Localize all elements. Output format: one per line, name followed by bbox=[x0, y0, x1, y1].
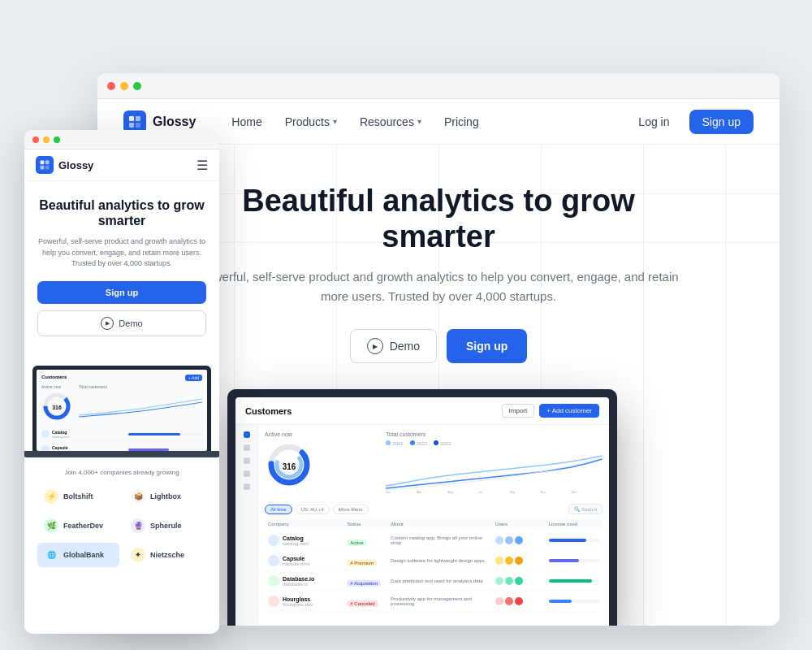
company-name: Spherule bbox=[150, 522, 182, 530]
laptop-body: Customers Import + Add customer bbox=[227, 389, 617, 626]
company-about: Productivity app for management and proc… bbox=[391, 596, 491, 606]
demo-button[interactable]: ▶ Demo bbox=[350, 329, 437, 363]
table-row: Catalog catalog.com Active Content catal… bbox=[265, 531, 603, 551]
svg-rect-14 bbox=[41, 161, 45, 165]
mobile-minimize-dot[interactable] bbox=[43, 136, 50, 143]
lightbox-icon: 📦 bbox=[131, 489, 145, 504]
sidebar-nav-dot-2[interactable] bbox=[244, 444, 250, 451]
company-nietzsche: ✦ Nietzsche bbox=[124, 543, 206, 567]
nav-home[interactable]: Home bbox=[222, 110, 271, 133]
company-name: Lightbox bbox=[150, 492, 181, 500]
status-badge: # Premium bbox=[347, 560, 377, 566]
total-customers-chart: Total customers 2021 2022 2023 bbox=[386, 431, 603, 497]
active-now-metric: Active now bbox=[265, 431, 373, 497]
chart-legend: 2021 2022 2023 bbox=[386, 440, 603, 446]
table-row: Database.io database.io # Acquisition Da… bbox=[265, 571, 603, 592]
svg-text:Nov: Nov bbox=[541, 490, 546, 494]
table-row: Capsule capsule.com # Premium Design sof… bbox=[265, 551, 603, 571]
mobile-signup-button[interactable]: Sign up bbox=[37, 281, 206, 304]
dashboard-table: Company Status About Users License used bbox=[265, 519, 603, 612]
user-avatars bbox=[495, 557, 546, 565]
add-customer-button[interactable]: + Add customer bbox=[539, 404, 599, 418]
company-about: Content catalog app, Brings all your onl… bbox=[391, 535, 491, 545]
resources-chevron-icon: ▾ bbox=[417, 117, 421, 126]
hero-buttons: ▶ Demo Sign up bbox=[195, 329, 682, 363]
hero-signup-button[interactable]: Sign up bbox=[447, 329, 527, 363]
spherule-icon: 🔮 bbox=[131, 518, 145, 533]
scene: Glossy Home Products ▾ Resources ▾ bbox=[0, 0, 812, 650]
donut-value: 316 bbox=[283, 462, 296, 471]
search-input[interactable]: 🔍 Search bbox=[568, 504, 603, 514]
mobile-maximize-dot[interactable] bbox=[54, 136, 60, 143]
hero-content: Beautiful analytics to grow smarter Powe… bbox=[195, 184, 682, 363]
filter-all-time[interactable]: All time bbox=[265, 505, 292, 514]
col-status: Status bbox=[347, 522, 387, 526]
mobile-titlebar bbox=[24, 130, 219, 150]
sidebar-nav-dot-4[interactable] bbox=[244, 470, 250, 477]
company-name: GlobalBank bbox=[63, 551, 104, 559]
svg-text:May: May bbox=[448, 490, 454, 494]
featherdev-icon: 🌿 bbox=[44, 518, 58, 533]
mobile-demo-button[interactable]: ▶ Demo bbox=[37, 310, 206, 336]
sidebar-nav-dot-5[interactable] bbox=[244, 483, 250, 490]
nietzsche-icon: ✦ bbox=[131, 548, 145, 562]
maximize-dot[interactable] bbox=[133, 82, 141, 90]
filter-regions[interactable]: US, AU +4 bbox=[296, 505, 330, 514]
close-dot[interactable] bbox=[107, 82, 115, 90]
company-name: Catalog bbox=[283, 535, 309, 541]
status-badge: # Canceled bbox=[347, 600, 378, 607]
hero-title: Beautiful analytics to grow smarter bbox=[195, 184, 682, 254]
dashboard-sidebar bbox=[235, 425, 258, 626]
col-license: License used bbox=[549, 522, 599, 526]
boltshift-icon: ⚡ bbox=[44, 489, 58, 504]
laptop-mockup: Customers Import + Add customer bbox=[146, 389, 731, 626]
signup-button[interactable]: Sign up bbox=[689, 110, 754, 134]
svg-text:Jul: Jul bbox=[479, 490, 483, 494]
mobile-logo-text: Glossy bbox=[58, 159, 93, 171]
nav-resources[interactable]: Resources ▾ bbox=[350, 110, 431, 133]
minimize-dot[interactable] bbox=[120, 82, 128, 90]
hamburger-icon[interactable]: ☰ bbox=[197, 158, 208, 173]
svg-text:Dec: Dec bbox=[572, 490, 577, 494]
trusted-title: Join 4,000+ companies already growing bbox=[37, 469, 206, 476]
dashboard-main: Active now bbox=[258, 425, 609, 626]
mobile-logo[interactable]: Glossy bbox=[36, 156, 93, 174]
sidebar-nav-dot-1[interactable] bbox=[244, 431, 250, 438]
browser-titlebar bbox=[97, 73, 780, 99]
svg-text:Sep: Sep bbox=[510, 490, 516, 494]
sidebar-nav-dot-3[interactable] bbox=[244, 457, 250, 464]
status-badge: # Acquisition bbox=[347, 580, 381, 587]
login-button[interactable]: Log in bbox=[625, 110, 682, 134]
company-avatar bbox=[268, 555, 279, 566]
play-icon: ▶ bbox=[367, 338, 383, 354]
user-avatars bbox=[495, 577, 546, 585]
col-users: Users bbox=[495, 522, 546, 526]
company-featherdev: 🌿 FeatherDev bbox=[37, 514, 119, 538]
legend-2022: 2022 bbox=[410, 440, 427, 446]
dashboard-filter-row: All time US, AU +4 More filters 🔍 Search bbox=[265, 504, 603, 514]
license-progress bbox=[549, 579, 599, 583]
nav-products[interactable]: Products ▾ bbox=[275, 110, 347, 133]
table-row: Hourglass hourglass.dev # Canceled Produ… bbox=[265, 592, 603, 612]
filter-more[interactable]: More filters bbox=[333, 505, 369, 514]
license-progress bbox=[549, 559, 599, 562]
company-avatar bbox=[268, 596, 279, 607]
total-customers-label: Total customers bbox=[386, 431, 603, 437]
mobile-close-dot[interactable] bbox=[32, 136, 39, 143]
company-url: hourglass.dev bbox=[283, 602, 313, 607]
legend-2021: 2021 bbox=[386, 440, 403, 446]
svg-rect-0 bbox=[129, 116, 134, 121]
svg-rect-17 bbox=[45, 166, 50, 170]
donut-chart: 316 bbox=[265, 440, 313, 492]
company-avatar bbox=[268, 535, 279, 546]
legend-2023: 2023 bbox=[434, 440, 451, 446]
mobile-content: Glossy ☰ Beautiful analytics to grow sma… bbox=[24, 150, 219, 634]
svg-rect-15 bbox=[45, 161, 50, 165]
nav-pricing[interactable]: Pricing bbox=[434, 110, 489, 133]
license-progress bbox=[549, 600, 599, 603]
status-badge: Active bbox=[347, 540, 366, 546]
mobile-hero-title: Beautiful analytics to grow smarter bbox=[37, 197, 206, 228]
mobile-hero-subtitle: Powerful, self-serve product and growth … bbox=[37, 236, 206, 270]
table-header: Company Status About Users License used bbox=[265, 519, 603, 529]
import-button[interactable]: Import bbox=[502, 404, 535, 418]
